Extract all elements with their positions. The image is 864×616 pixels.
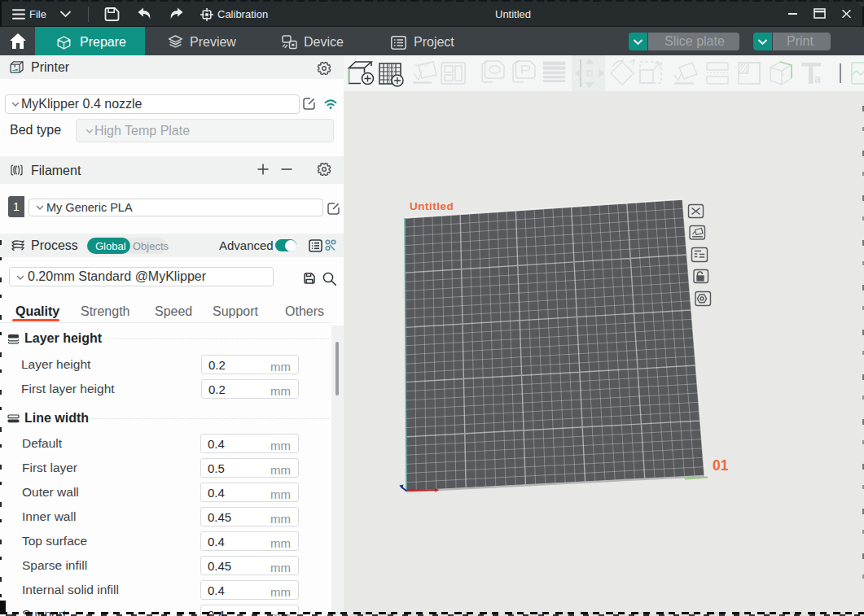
svg-text:Untitled: Untitled bbox=[410, 200, 454, 212]
svg-text:01: 01 bbox=[713, 457, 729, 474]
svg-text:a: a bbox=[814, 72, 821, 85]
svg-text:AUTO: AUTO bbox=[414, 63, 428, 68]
